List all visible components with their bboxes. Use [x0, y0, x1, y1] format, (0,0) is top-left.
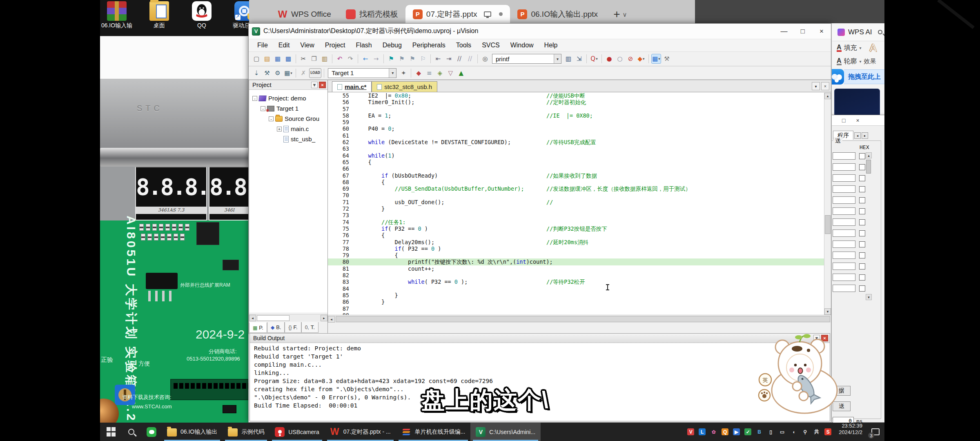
close-document-icon[interactable]: × [821, 82, 829, 90]
code-line[interactable]: 65 { [328, 159, 831, 165]
tray-red-v-icon[interactable]: V [687, 428, 694, 435]
tray-volume-icon[interactable]: ◖ [790, 428, 797, 435]
scroll-up-icon[interactable]: ▴ [824, 93, 831, 99]
project-horizontal-scrollbar[interactable]: ◂ ▸ [249, 314, 327, 321]
hex-checkbox[interactable] [859, 274, 865, 281]
code-line[interactable]: 73 [328, 212, 831, 218]
menu-tools[interactable]: Tools [451, 42, 477, 49]
maximize-icon[interactable]: □ [842, 117, 845, 124]
code-line[interactable]: 86 } [328, 298, 831, 305]
scroll-down-icon[interactable]: ▾ [824, 308, 831, 315]
unindent-icon[interactable]: ⇤ [433, 54, 443, 64]
comment-icon[interactable]: // [454, 54, 464, 64]
hex-checkbox[interactable] [859, 164, 865, 170]
editor-tab[interactable]: stc32_stc8_usb.h [372, 81, 437, 92]
scroll-up-icon[interactable]: ▴ [866, 152, 872, 158]
send-data-input[interactable] [833, 152, 855, 160]
code-line[interactable]: 79 { [328, 252, 831, 258]
chevron-down-icon[interactable]: ▾ [554, 54, 561, 63]
kill-breakpoints-icon[interactable]: ⊘ [626, 54, 635, 64]
code-line[interactable]: 66 [328, 165, 831, 172]
code-line[interactable]: 60 P40 = 0; [328, 125, 831, 132]
tray-security-icon[interactable]: ✓ [744, 428, 751, 435]
code-line[interactable]: 59 [328, 119, 831, 125]
tray-mic-icon[interactable]: ⚲ [802, 428, 808, 435]
hex-checkbox[interactable] [859, 285, 865, 292]
code-line[interactable]: 55 IE2 |= 0x80;//使能USB中断 [328, 92, 831, 99]
code-line[interactable]: 70 [328, 192, 831, 198]
find-in-files-icon[interactable]: ◎ [480, 54, 490, 64]
code-line[interactable]: 57 [328, 106, 831, 112]
menu-flash[interactable]: Flash [351, 42, 377, 49]
hex-checkbox[interactable] [859, 219, 865, 225]
new-file-icon[interactable]: ▢ [252, 54, 261, 64]
project-bottom-tab-f[interactable]: {}F. [285, 322, 301, 333]
new-tab-button[interactable]: + [613, 9, 620, 20]
forward-icon[interactable]: → [371, 54, 381, 64]
disable-breakpoints-icon[interactable]: ◆▾ [636, 54, 646, 64]
editor-horizontal-scrollbar[interactable]: ◂ [328, 315, 831, 323]
send-data-input[interactable] [833, 174, 855, 182]
hex-checkbox[interactable] [859, 197, 865, 203]
code-line[interactable]: 56 Timer0_Init();//定时器初始化 [328, 99, 831, 105]
batch-build-icon[interactable]: ▦▾ [283, 68, 293, 78]
menu-peripherals[interactable]: Peripherals [407, 42, 451, 49]
desktop-icon-qq[interactable]: QQ [187, 1, 217, 29]
scrollbar-thumb[interactable] [336, 316, 830, 322]
hex-checkbox[interactable] [859, 252, 865, 258]
desktop-icon-driver[interactable]: 驱动总裁 [229, 1, 249, 29]
scroll-left-icon[interactable]: ◂ [328, 316, 335, 323]
text-effect-icon[interactable]: A [870, 42, 877, 54]
code-line[interactable]: 83 while( P32 == 0 );//等待P32松开 [328, 278, 831, 285]
tree-item[interactable]: -Source Grou [249, 114, 327, 124]
tray-ime-icon[interactable]: 共 [813, 428, 820, 435]
taskbar-usbcamera-button[interactable]: USBcamera [270, 423, 324, 441]
start-debug-icon[interactable]: ● [604, 54, 614, 64]
menu-help[interactable]: Help [539, 42, 563, 49]
code-line[interactable]: 80 printf("按键按下次数\: %d 次\r\n",(int)count… [328, 258, 831, 265]
send-data-input[interactable] [833, 163, 855, 171]
scrollbar-thumb[interactable] [866, 160, 871, 174]
text-fill-row[interactable]: A 填充 ▾ A [832, 41, 884, 55]
funnel-icon[interactable]: ▽ [445, 68, 455, 78]
code-line[interactable]: 81 count++; [328, 265, 831, 272]
code-line[interactable]: 85 } [328, 292, 831, 298]
taskbar-search-button[interactable] [121, 423, 141, 441]
scroll-left-icon[interactable]: ◂ [249, 315, 256, 321]
hex-checkbox[interactable] [859, 230, 865, 236]
code-line[interactable]: 72 } [328, 205, 831, 212]
tab-list-button[interactable]: ∨ [622, 11, 627, 18]
taskbar-wechat-button[interactable] [141, 423, 162, 441]
send-data-input[interactable] [833, 241, 855, 248]
interval-input[interactable]: 0 [833, 417, 854, 423]
taskbar-mcu-tool-button[interactable]: 单片机在线升级编... [396, 423, 471, 441]
cut-icon[interactable]: ✂ [298, 54, 308, 64]
options-for-target-icon[interactable]: ✦ [399, 68, 408, 78]
manage-components-icon[interactable]: ◆ [414, 68, 423, 78]
tree-expander[interactable]: + [277, 127, 282, 131]
stop-build-icon[interactable]: ✗ [298, 68, 308, 78]
desktop-icon-rar[interactable]: 06.IO输入输 [102, 1, 132, 29]
project-bottom-tab-b[interactable]: ◆B. [267, 322, 285, 333]
undo-icon[interactable]: ↶ [335, 54, 345, 64]
close-button[interactable]: × [812, 25, 831, 38]
pin-icon[interactable]: ▼ [311, 82, 318, 88]
prev-bookmark-icon[interactable]: ⚑ [397, 54, 407, 64]
code-line[interactable]: 74 //任务1: [328, 219, 831, 225]
wps-tab[interactable]: WWPS Office [270, 5, 339, 23]
menu-project[interactable]: Project [320, 42, 351, 49]
search-combobox[interactable]: printf▾ [492, 54, 561, 64]
code-line[interactable]: 61 [328, 132, 831, 139]
tree-expander[interactable]: - [269, 116, 274, 121]
books-icon[interactable]: ◈ [435, 68, 445, 78]
save-icon[interactable]: ▦ [273, 54, 283, 64]
uncomment-icon[interactable]: // [465, 54, 475, 64]
bookmark-icon[interactable]: ⚑ [386, 54, 396, 64]
tray-media-icon[interactable]: ▶ [733, 428, 740, 435]
wps-tab[interactable]: 找稻壳模板 [339, 5, 405, 23]
send-data-input[interactable] [833, 196, 855, 204]
taskbar-folder-examples-button[interactable]: 示例代码 [223, 423, 270, 441]
redo-icon[interactable]: ↷ [345, 54, 355, 64]
taskbar-uvision-button[interactable]: VC:\Users\Admini... [470, 423, 541, 441]
code-line[interactable]: 71 usb_OUT_done();// [328, 199, 831, 205]
